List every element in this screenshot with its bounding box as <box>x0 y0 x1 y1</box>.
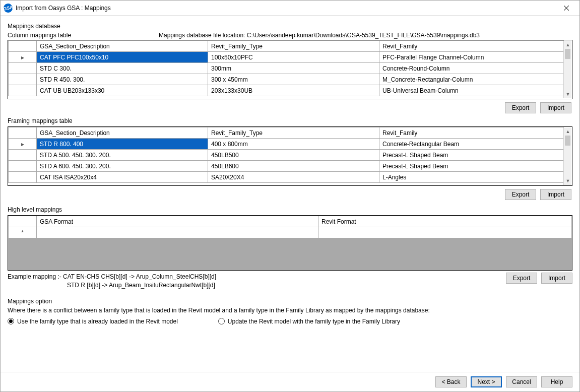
framing-scrollbar[interactable]: ▲ ▼ <box>563 127 571 185</box>
scroll-up-icon[interactable]: ▲ <box>564 127 572 136</box>
table-row[interactable]: ▸ CAT PFC PFC100x50x10 100x50x10PFC PFC-… <box>9 52 564 63</box>
col-header-gsa[interactable]: GSA_Section_Description <box>37 41 208 52</box>
row-indicator-icon: ▸ <box>9 52 37 63</box>
col-header-gsa-format[interactable]: GSA Format <box>37 216 318 227</box>
framing-import-button[interactable]: Import <box>540 189 571 200</box>
db-info-row: Column mappings table Mappings database … <box>8 32 572 39</box>
example-mapping-text: Example mapping :- CAT EN-CHS CHS[b][d] … <box>8 273 506 290</box>
table-row[interactable]: STD R 450. 300. 300 x 450mm M_Concrete-R… <box>9 74 564 85</box>
col-header-type[interactable]: Revit_Family_Type <box>208 41 379 52</box>
dialog-content: Mappings database Column mappings table … <box>1 16 579 372</box>
framing-grid-header: GSA_Section_Description Revit_Family_Typ… <box>9 127 564 139</box>
col-header-gsa[interactable]: GSA_Section_Description <box>37 127 208 139</box>
file-location-value: C:\Users\sandeep.kumar\Downloads\GSA-553… <box>247 32 480 39</box>
table-row[interactable]: ▸ STD R 800. 400 400 x 800mm Concrete-Re… <box>9 139 564 150</box>
columns-grid-header: GSA_Section_Description Revit_Family_Typ… <box>9 41 564 52</box>
window-title: Import from Oasys GSA : Mappings <box>16 5 556 12</box>
help-button[interactable]: Help <box>541 376 572 387</box>
table-row[interactable]: CAT UB UB203x133x30 203x133x30UB UB-Univ… <box>9 85 564 96</box>
radio-update-model[interactable]: Update the Revit model with the family t… <box>218 318 400 325</box>
high-import-button[interactable]: Import <box>541 273 572 284</box>
new-row-marker: * <box>9 227 37 238</box>
table-row[interactable]: STD A 500. 450. 300. 200. 450LB500 Preca… <box>9 150 564 161</box>
scroll-thumb[interactable] <box>565 136 570 146</box>
close-icon <box>564 6 569 11</box>
close-button[interactable] <box>556 1 576 15</box>
mappings-option-description: Where there is a conflict between a fami… <box>8 307 572 314</box>
radio-icon <box>8 318 14 324</box>
columns-export-button[interactable]: Export <box>505 102 536 113</box>
row-indicator-icon: ▸ <box>9 139 37 150</box>
table-row[interactable]: STD A 600. 450. 300. 200. 450LB600 Preca… <box>9 161 564 172</box>
dialog-window: GSA Import from Oasys GSA : Mappings Map… <box>0 0 580 392</box>
table-row-new[interactable]: * <box>9 227 572 238</box>
file-location-label: Mappings database file location: <box>159 32 245 39</box>
high-level-grid[interactable]: GSA Format Revit Format * <box>8 215 572 271</box>
cancel-button[interactable]: Cancel <box>506 376 537 387</box>
col-header-family[interactable]: Revit_Family <box>379 127 564 139</box>
columns-scrollbar[interactable]: ▲ ▼ <box>563 41 571 98</box>
high-level-header: GSA Format Revit Format <box>9 216 572 227</box>
radio-icon <box>218 318 225 324</box>
high-level-label: High level mappings <box>8 206 572 213</box>
col-header-type[interactable]: Revit_Family_Type <box>208 127 379 139</box>
framing-mappings-label: Framing mappings table <box>8 117 572 124</box>
app-icon: GSA <box>3 3 13 13</box>
framing-export-button[interactable]: Export <box>505 189 536 200</box>
mappings-db-heading: Mappings database <box>8 23 572 30</box>
columns-import-button[interactable]: Import <box>540 102 571 113</box>
mappings-option-heading: Mappings option <box>8 298 572 305</box>
scroll-down-icon[interactable]: ▼ <box>564 90 572 98</box>
col-header-revit-format[interactable]: Revit Format <box>318 216 572 227</box>
radio-use-loaded[interactable]: Use the family type that is already load… <box>8 318 178 325</box>
table-row[interactable]: CAT ISA ISA20x20x4 SA20X20X4 L-Angles <box>9 172 564 183</box>
back-button[interactable]: < Back <box>435 376 467 387</box>
db-file-location: Mappings database file location: C:\User… <box>159 32 572 39</box>
columns-grid[interactable]: GSA_Section_Description Revit_Family_Typ… <box>8 40 572 99</box>
scroll-down-icon[interactable]: ▼ <box>564 177 572 185</box>
scroll-thumb[interactable] <box>565 49 570 59</box>
high-export-button[interactable]: Export <box>506 273 537 284</box>
dialog-footer: < Back Next > Cancel Help <box>1 372 579 391</box>
scroll-up-icon[interactable]: ▲ <box>564 41 572 49</box>
column-mappings-label: Column mappings table <box>8 32 159 39</box>
col-header-family[interactable]: Revit_Family <box>379 41 564 52</box>
titlebar: GSA Import from Oasys GSA : Mappings <box>1 1 579 16</box>
table-row[interactable]: STD C 300. 300mm Concrete-Round-Column <box>9 63 564 74</box>
mappings-option-section: Mappings option Where there is a conflic… <box>8 295 572 325</box>
next-button[interactable]: Next > <box>471 376 502 387</box>
framing-grid[interactable]: GSA_Section_Description Revit_Family_Typ… <box>8 126 572 186</box>
